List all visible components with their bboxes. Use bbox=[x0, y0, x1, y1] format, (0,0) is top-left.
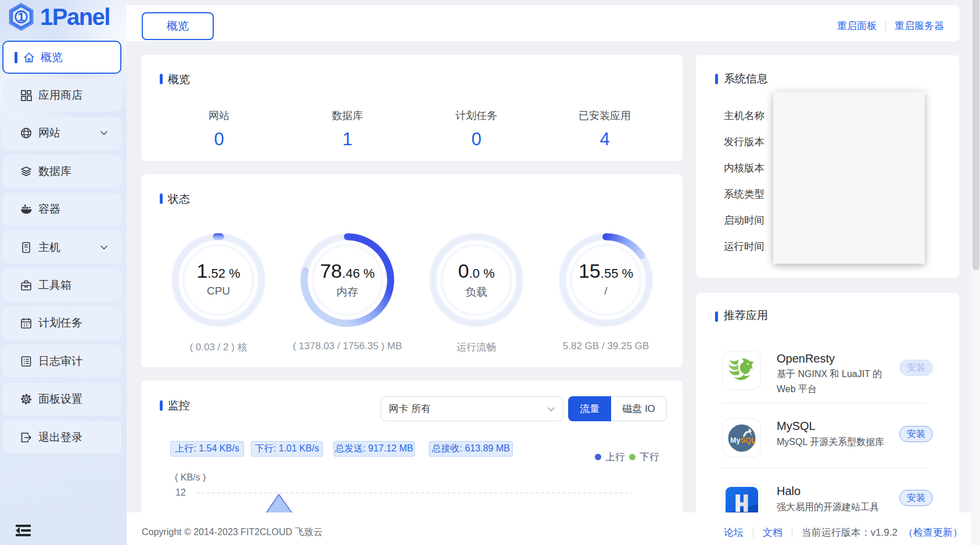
svg-text:1: 1 bbox=[18, 10, 24, 23]
svg-text:My: My bbox=[730, 436, 740, 444]
